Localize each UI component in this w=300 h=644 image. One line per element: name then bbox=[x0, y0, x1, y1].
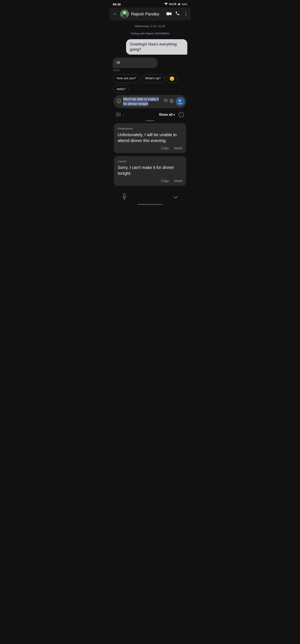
ai-rewrite-button[interactable] bbox=[163, 99, 168, 104]
svg-rect-8 bbox=[123, 14, 126, 17]
send-button[interactable]: ▶ SMS bbox=[176, 97, 185, 106]
svg-rect-3 bbox=[179, 3, 180, 5]
svg-rect-20 bbox=[119, 114, 120, 114]
status-bar: 09:38 VoLTE 64% bbox=[109, 0, 191, 8]
outgoing-bubble[interactable]: Greetings! How's everything going? bbox=[126, 39, 187, 55]
attach-button[interactable] bbox=[169, 99, 174, 104]
suggestion-actions-0: Copy Insert bbox=[118, 146, 182, 150]
send-icon: ▶ bbox=[179, 98, 181, 102]
suggestion-category-1: Casual bbox=[118, 160, 182, 163]
suggestion-category-0: Professional bbox=[118, 127, 182, 130]
bottom-nav bbox=[109, 191, 191, 203]
bars-icon bbox=[178, 3, 181, 6]
microphone-icon[interactable] bbox=[122, 193, 127, 201]
keyboard-icon[interactable] bbox=[116, 112, 121, 117]
svg-point-0 bbox=[166, 4, 166, 5]
highlighted-text: Won't be able to make itfor dinner tonig… bbox=[123, 97, 159, 106]
smart-reply-1[interactable]: What's up? bbox=[142, 74, 164, 83]
sms-info: Texting with Rajesh (SMS/MMS) bbox=[113, 32, 187, 35]
suggestion-card-1: Casual Sorry, I can't make it for dinner… bbox=[114, 156, 186, 186]
svg-rect-26 bbox=[124, 193, 125, 197]
svg-point-6 bbox=[123, 11, 126, 14]
battery-icon: 64% bbox=[182, 3, 187, 6]
avatar bbox=[120, 10, 129, 18]
info-icon[interactable]: ! bbox=[179, 112, 184, 118]
chevron-down-icon[interactable] bbox=[173, 194, 178, 200]
svg-rect-18 bbox=[118, 114, 118, 114]
send-label: SMS bbox=[178, 102, 182, 104]
svg-rect-25 bbox=[117, 115, 119, 116]
show-all-chevron-icon: ▾ bbox=[173, 113, 175, 116]
svg-rect-4 bbox=[180, 3, 180, 5]
suggestion-insert-0[interactable]: Insert bbox=[174, 146, 182, 150]
suggestion-copy-0[interactable]: Copy bbox=[161, 146, 169, 150]
message-input[interactable]: Won't be able to make itfor dinner tonig… bbox=[123, 97, 161, 106]
suggestion-text-1: Sorry, I can't make it for dinner tonigh… bbox=[118, 164, 182, 176]
emoji-button[interactable] bbox=[116, 98, 121, 105]
wifi-icon bbox=[164, 3, 168, 6]
suggestion-copy-1[interactable]: Copy bbox=[161, 179, 169, 183]
svg-rect-21 bbox=[117, 114, 117, 115]
input-bar: Won't be able to make itfor dinner tonig… bbox=[114, 95, 186, 108]
status-icons: VoLTE 64% bbox=[164, 3, 187, 6]
svg-rect-19 bbox=[118, 114, 119, 114]
suggestion-text-0: Unfortunately, I will be unable to atten… bbox=[118, 132, 182, 144]
status-time: 09:38 bbox=[113, 2, 121, 6]
smart-reply-2[interactable]: 😊 bbox=[166, 74, 178, 83]
suggestion-insert-1[interactable]: Insert bbox=[174, 179, 182, 183]
voice-call-icon[interactable] bbox=[175, 11, 180, 17]
outgoing-message: Greetings! How's everything going? bbox=[113, 39, 187, 55]
svg-point-12 bbox=[119, 100, 120, 101]
app-bar-actions: ⋮ bbox=[166, 11, 188, 17]
svg-point-10 bbox=[117, 99, 121, 103]
show-all-button[interactable]: Show all ▾ bbox=[159, 113, 175, 116]
signal-icon: VoLTE bbox=[169, 3, 176, 6]
suggestion-actions-1: Copy Insert bbox=[118, 179, 182, 183]
svg-rect-22 bbox=[118, 114, 118, 115]
svg-rect-24 bbox=[119, 114, 120, 115]
incoming-message: Hi 22:03 bbox=[113, 58, 187, 72]
drag-handle bbox=[146, 120, 154, 121]
svg-rect-9 bbox=[166, 12, 170, 15]
messages-area: Wednesday, 3 Jul • 21:53 Texting with Ra… bbox=[109, 20, 191, 191]
toolbar-row: Show all ▾ ! bbox=[113, 110, 187, 119]
smart-reply-0[interactable]: How are you? bbox=[113, 74, 140, 83]
smart-replies: How are you? What's up? 😊 Hello? bbox=[113, 74, 187, 93]
video-call-icon[interactable] bbox=[166, 11, 171, 17]
svg-rect-2 bbox=[178, 4, 179, 5]
svg-rect-1 bbox=[178, 4, 178, 5]
back-button[interactable]: ← bbox=[112, 10, 118, 18]
svg-rect-23 bbox=[118, 114, 119, 115]
home-indicator bbox=[137, 204, 163, 205]
toolbar-separator bbox=[123, 112, 123, 117]
message-timestamp: 22:03 bbox=[113, 69, 187, 72]
svg-point-11 bbox=[118, 100, 119, 101]
show-all-label: Show all bbox=[159, 113, 173, 116]
smart-reply-3[interactable]: Hello? bbox=[113, 85, 129, 93]
more-options-icon[interactable]: ⋮ bbox=[184, 11, 188, 17]
svg-rect-17 bbox=[117, 114, 117, 114]
suggestion-card-0: Professional Unfortunately, I will be un… bbox=[114, 123, 186, 153]
date-label: Wednesday, 3 Jul • 21:53 bbox=[113, 24, 187, 28]
contact-name: Rajesh Pandey bbox=[131, 12, 164, 16]
app-bar: ← Rajesh Pandey ⋮ bbox=[109, 8, 191, 20]
incoming-bubble[interactable]: Hi bbox=[113, 58, 158, 68]
